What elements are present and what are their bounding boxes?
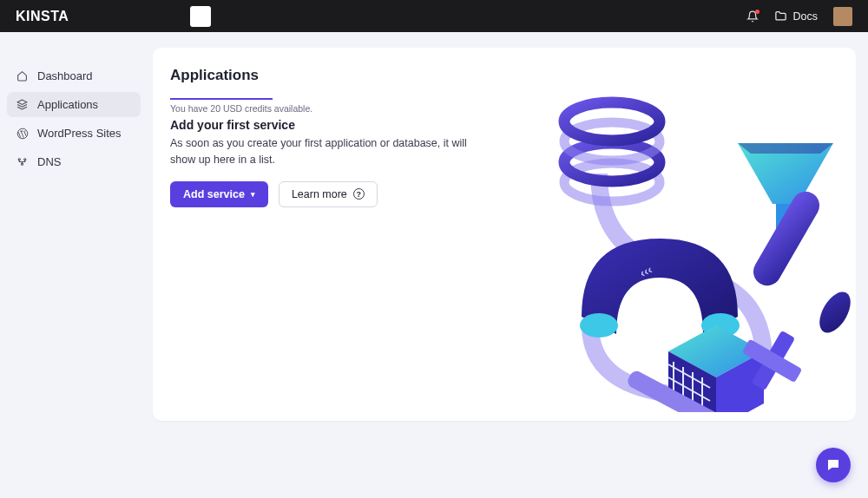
hero-illustration: ‹‹‹ bbox=[538, 91, 851, 412]
svg-point-12 bbox=[580, 313, 618, 337]
sidebar-item-label: DNS bbox=[37, 155, 61, 168]
home-icon bbox=[16, 70, 29, 82]
chat-fab[interactable] bbox=[816, 448, 851, 482]
header-badge[interactable] bbox=[190, 6, 211, 27]
wordpress-icon bbox=[16, 128, 29, 140]
chat-icon bbox=[825, 457, 841, 473]
top-bar: KINSTA Docs bbox=[0, 0, 868, 32]
main-content: Applications You have 20 USD credits ava… bbox=[148, 32, 868, 498]
docs-link[interactable]: Docs bbox=[774, 10, 818, 23]
folder-icon bbox=[774, 10, 787, 23]
add-service-button[interactable]: Add service ▾ bbox=[170, 181, 268, 207]
dns-icon bbox=[16, 156, 29, 167]
user-avatar[interactable] bbox=[833, 7, 852, 26]
applications-panel: Applications You have 20 USD credits ava… bbox=[153, 48, 856, 421]
brand-logo[interactable]: KINSTA bbox=[16, 9, 69, 24]
docs-label: Docs bbox=[793, 10, 818, 23]
notification-dot-icon bbox=[755, 10, 760, 14]
brand-text: KINSTA bbox=[16, 9, 69, 24]
svg-marker-0 bbox=[17, 100, 27, 104]
svg-point-3 bbox=[24, 159, 26, 161]
learn-more-button[interactable]: Learn more ? bbox=[279, 181, 378, 207]
sidebar-item-label: WordPress Sites bbox=[37, 127, 122, 140]
sidebar-item-label: Dashboard bbox=[37, 69, 93, 82]
accent-bar bbox=[170, 98, 273, 100]
svg-point-2 bbox=[18, 159, 20, 161]
notifications-button[interactable] bbox=[746, 10, 759, 23]
sidebar-item-dashboard[interactable]: Dashboard bbox=[7, 63, 141, 88]
sidebar-item-wordpress[interactable]: WordPress Sites bbox=[7, 121, 141, 146]
page-title: Applications bbox=[170, 67, 838, 84]
svg-point-4 bbox=[21, 163, 23, 165]
sidebar-item-applications[interactable]: Applications bbox=[7, 92, 141, 117]
learn-more-label: Learn more bbox=[292, 188, 347, 200]
sidebar: Dashboard Applications WordPress Sites D… bbox=[0, 32, 148, 498]
empty-state-description: As soon as you create your first applica… bbox=[170, 135, 483, 169]
sidebar-item-label: Applications bbox=[37, 98, 98, 111]
sidebar-item-dns[interactable]: DNS bbox=[7, 149, 141, 174]
help-icon: ? bbox=[353, 188, 365, 200]
chevron-down-icon: ▾ bbox=[251, 190, 255, 199]
add-service-label: Add service bbox=[183, 188, 245, 200]
svg-point-11 bbox=[813, 286, 851, 337]
layers-icon bbox=[16, 99, 29, 110]
